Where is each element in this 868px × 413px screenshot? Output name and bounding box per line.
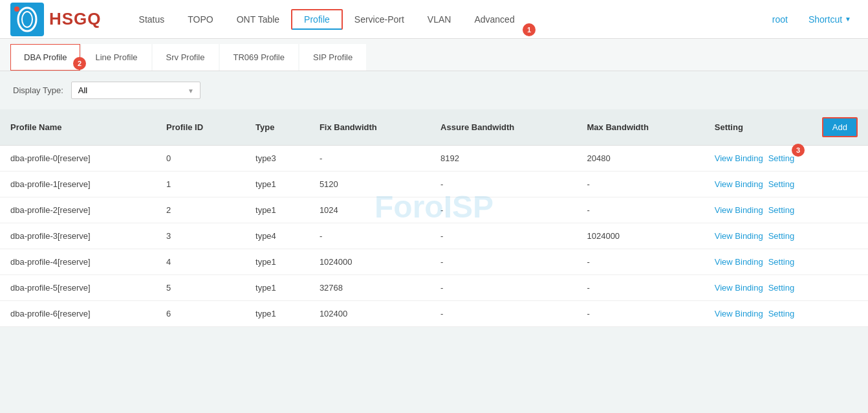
view-binding-link[interactable]: View Binding [715,205,763,215]
nav-right: root Shortcut ▼ [761,3,858,36]
nav-item-advanced[interactable]: Advanced [462,3,526,36]
subtab-dba-profile[interactable]: DBA Profile [10,44,80,71]
logo-icon [10,3,44,36]
cell-assure-bw: - [430,172,576,197]
cell-assure-bw: - [430,197,576,223]
cell-type: type1 [245,249,309,275]
table-row: dba-profile-4[reserve]4type11024000--Vie… [0,249,868,275]
cell-profile-name: dba-profile-5[reserve] [0,275,156,301]
cell-profile-name: dba-profile-1[reserve] [0,172,156,197]
table-row: dba-profile-3[reserve]3type4--1024000Vie… [0,223,868,249]
view-binding-link[interactable]: View Binding [715,153,763,163]
nav-item-status[interactable]: Status [127,3,177,36]
cell-type: type1 [245,301,309,327]
cell-profile-name: dba-profile-4[reserve] [0,249,156,275]
table-row: dba-profile-0[reserve]0type3-819220480Vi… [0,146,868,172]
cell-max-bw: - [576,172,704,197]
cell-profile-name: dba-profile-3[reserve] [0,223,156,249]
cell-profile-id: 0 [156,146,245,172]
filter-area: Display Type: All type1 type3 type4 [0,71,868,109]
setting-link[interactable]: Setting [768,231,794,241]
col-header-add: Add [781,109,868,146]
table-row: dba-profile-5[reserve]5type132768--View … [0,275,868,301]
col-header-max-bandwidth: Max Bandwidth [576,109,704,146]
cell-assure-bw: - [430,249,576,275]
cell-setting-actions: View BindingSetting [704,223,868,249]
cell-fix-bw: 5120 [309,172,430,197]
add-button[interactable]: Add [822,117,858,137]
nav-item-vlan[interactable]: VLAN [416,3,463,36]
cell-setting-actions: View BindingSetting [704,197,868,223]
cell-fix-bw: 1024 [309,197,430,223]
cell-type: type4 [245,223,309,249]
logo-area: HSGQ [10,3,102,36]
table-row: dba-profile-1[reserve]1type15120--View B… [0,172,868,197]
nav-item-ont-table[interactable]: ONT Table [225,3,291,36]
subtabs-bar: DBA Profile Line Profile Srv Profile TR0… [0,39,868,71]
cell-setting-actions: View BindingSetting [704,146,868,172]
nav-item-topo[interactable]: TOPO [176,3,224,36]
cell-profile-name: dba-profile-2[reserve] [0,197,156,223]
cell-fix-bw: 1024000 [309,249,430,275]
display-type-label: Display Type: [13,85,63,95]
cell-setting-actions: View BindingSetting [704,249,868,275]
cell-type: type1 [245,172,309,197]
cell-profile-id: 6 [156,301,245,327]
setting-link[interactable]: Setting [768,257,794,267]
annotation-1: 1 [523,23,536,36]
cell-max-bw: 20480 [576,146,704,172]
subtab-sip-profile[interactable]: SIP Profile [299,44,366,71]
shortcut-button[interactable]: Shortcut ▼ [802,3,858,36]
setting-link[interactable]: Setting [768,205,794,215]
cell-profile-id: 1 [156,172,245,197]
table-row: dba-profile-6[reserve]6type1102400--View… [0,301,868,327]
cell-max-bw: - [576,249,704,275]
cell-assure-bw: 8192 [430,146,576,172]
subtab-line-profile[interactable]: Line Profile [81,44,151,71]
display-type-select-wrapper: All type1 type3 type4 [71,82,201,99]
main-nav: Status TOPO ONT Table Profile Service-Po… [127,3,761,36]
annotation-3: 3 [792,144,805,157]
cell-profile-name: dba-profile-6[reserve] [0,301,156,327]
setting-link[interactable]: Setting [768,283,794,293]
chevron-down-icon: ▼ [845,16,851,23]
subtab-tr069-profile[interactable]: TR069 Profile [220,44,298,71]
setting-link[interactable]: Setting [768,309,794,318]
display-type-select[interactable]: All type1 type3 type4 [71,82,201,99]
nav-item-service-port[interactable]: Service-Port [343,3,416,36]
col-header-setting: Setting [704,109,781,146]
cell-fix-bw: - [309,223,430,249]
cell-fix-bw: - [309,146,430,172]
cell-assure-bw: - [430,223,576,249]
setting-link[interactable]: Setting [768,153,794,163]
cell-profile-id: 5 [156,275,245,301]
annotation-2: 2 [73,57,86,70]
table-container: Profile Name Profile ID Type Fix Bandwid… [0,109,868,327]
svg-point-3 [14,6,19,12]
col-header-fix-bandwidth: Fix Bandwidth [309,109,430,146]
setting-link[interactable]: Setting [768,179,794,189]
cell-setting-actions: View BindingSetting [704,275,868,301]
col-header-profile-id: Profile ID [156,109,245,146]
view-binding-link[interactable]: View Binding [715,309,763,318]
cell-type: type1 [245,197,309,223]
view-binding-link[interactable]: View Binding [715,179,763,189]
view-binding-link[interactable]: View Binding [715,283,763,293]
view-binding-link[interactable]: View Binding [715,231,763,241]
cell-profile-name: dba-profile-0[reserve] [0,146,156,172]
cell-profile-id: 2 [156,197,245,223]
header: HSGQ Status TOPO ONT Table Profile Servi… [0,0,868,39]
subtab-srv-profile[interactable]: Srv Profile [153,44,219,71]
cell-fix-bw: 32768 [309,275,430,301]
user-label: root [761,3,799,36]
nav-item-profile[interactable]: Profile [291,9,343,30]
col-header-assure-bandwidth: Assure Bandwidth [430,109,576,146]
view-binding-link[interactable]: View Binding [715,257,763,267]
shortcut-label: Shortcut [808,14,842,25]
brand-name: HSGQ [49,9,102,29]
cell-type: type3 [245,146,309,172]
col-header-profile-name: Profile Name [0,109,156,146]
cell-type: type1 [245,275,309,301]
cell-assure-bw: - [430,275,576,301]
cell-profile-id: 4 [156,249,245,275]
